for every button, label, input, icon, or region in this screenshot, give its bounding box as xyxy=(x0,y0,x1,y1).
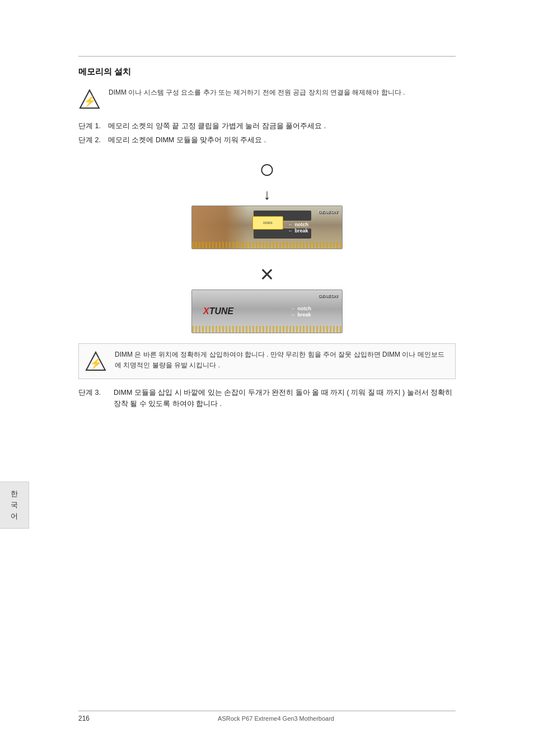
ram-gold-contacts xyxy=(192,242,342,249)
wrong-image-block: × XTUNE GENEON ← notch xyxy=(191,263,343,333)
xtune-x-char: X xyxy=(203,306,209,316)
images-section: ○ ↓ DDR3 GENEON xyxy=(78,156,456,333)
step-item-1: 단계 1. 메모리 소켓의 양쪽 끝 고정 클립을 가볍게 눌러 잠금을 풀어주… xyxy=(78,121,456,132)
break-arrow-1: ← xyxy=(288,227,293,233)
notch-label-1: notch xyxy=(295,221,309,227)
step1-label: 단계 1. xyxy=(78,121,104,132)
ram-brand-1: GENEON xyxy=(318,209,338,214)
notch-label-2: notch xyxy=(298,305,312,311)
notch-line-2: ← notch xyxy=(291,305,312,311)
content-area: 메모리의 설치 ⚡ DIMM 이나 시스템 구성 요소를 추가 또는 제거하기 … xyxy=(0,0,534,458)
svg-text:⚡: ⚡ xyxy=(83,95,96,108)
sidebar-tab: 한 국 어 xyxy=(0,482,29,529)
break-label-1: break xyxy=(295,227,308,233)
notch-line-1: ← notch xyxy=(288,221,309,227)
wrong-image-container: XTUNE GENEON ← notch ← brea xyxy=(191,290,343,333)
step3-text: DIMM 모듈을 삽입 시 바깥에 있는 손잡이 두개가 완전히 돌아 올 때 … xyxy=(114,387,456,409)
break-line-2: ← break xyxy=(291,311,312,317)
svg-text:⚡: ⚡ xyxy=(90,357,102,370)
break-arrow-2: ← xyxy=(291,311,296,317)
warning-text-1: DIMM 이나 시스템 구성 요소를 추가 또는 제거하기 전에 전원 공급 장… xyxy=(109,87,405,98)
ram-sticker: DDR3 xyxy=(252,216,283,230)
steps-list: 단계 1. 메모리 소켓의 양쪽 끝 고정 클립을 가볍게 눌러 잠금을 풀어주… xyxy=(78,121,456,146)
notch-arrow-2: ← xyxy=(291,305,296,311)
step2-text: 메모리 소켓에 DIMM 모듈을 맞추어 끼워 주세요 . xyxy=(108,135,266,146)
correct-image-container: ↓ DDR3 GENEON ← xyxy=(191,186,343,249)
footer-divider xyxy=(78,711,456,711)
sidebar-line2: 국 xyxy=(11,500,18,510)
warning-box-1: ⚡ DIMM 이나 시스템 구성 요소를 추가 또는 제거하기 전에 전원 공급… xyxy=(78,87,456,111)
page-footer: 216 ASRock P67 Extreme4 Gen3 Motherboard xyxy=(0,711,534,722)
section-title: 메모리의 설치 xyxy=(78,67,456,77)
warning-box-2: ⚡ DIMM 은 바른 위치에 정확하게 삽입하여야 합니다 . 만약 무리한 … xyxy=(78,343,456,379)
sidebar-line3: 어 xyxy=(11,511,18,521)
footer-content: 216 ASRock P67 Extreme4 Gen3 Motherboard xyxy=(78,715,456,722)
ram-stick-correct: DDR3 GENEON ← notch ← break xyxy=(191,206,343,249)
step3-label: 단계 3. xyxy=(78,387,109,409)
warning-text-2: DIMM 은 바른 위치에 정확하게 삽입하여야 합니다 . 만약 무리한 힘을… xyxy=(115,349,449,371)
sidebar-line1: 한 xyxy=(11,489,18,499)
step-item-2: 단계 2. 메모리 소켓에 DIMM 모듈을 맞추어 끼워 주세요 . xyxy=(78,135,456,146)
wrong-mark: × xyxy=(260,263,274,286)
footer-title: ASRock P67 Extreme4 Gen3 Motherboard xyxy=(96,715,456,722)
break-line-1: ← break xyxy=(288,227,309,233)
warning-icon-2: ⚡ xyxy=(85,351,107,373)
page-number: 216 xyxy=(78,715,90,722)
break-label-2: break xyxy=(298,311,311,317)
warning-icon-1: ⚡ xyxy=(78,88,101,111)
ram-stick-wrong: XTUNE GENEON ← notch ← brea xyxy=(191,290,343,333)
ram-brand-2: GENEON xyxy=(318,293,338,298)
page-container: 메모리의 설치 ⚡ DIMM 이나 시스템 구성 요소를 추가 또는 제거하기 … xyxy=(0,0,534,756)
correct-mark: ○ xyxy=(259,156,275,183)
notch-arrow-1: ← xyxy=(288,221,293,227)
xtune-rest: TUNE xyxy=(209,306,234,316)
top-divider xyxy=(78,56,456,57)
correct-image-block: ○ ↓ DDR3 GENEON xyxy=(191,156,343,249)
step2-label: 단계 2. xyxy=(78,135,104,146)
step-item-3: 단계 3. DIMM 모듈을 삽입 시 바깥에 있는 손잡이 두개가 완전히 돌… xyxy=(78,387,456,409)
notch-indicator-1: ← notch ← break xyxy=(288,221,309,233)
step1-text: 메모리 소켓의 양쪽 끝 고정 클립을 가볍게 눌러 잠금을 풀어주세요 . xyxy=(108,121,326,132)
xtune-brand: XTUNE xyxy=(203,306,233,316)
sidebar-tab-content: 한 국 어 xyxy=(11,489,18,521)
ram-gold-contacts-2 xyxy=(192,326,342,333)
notch-indicator-2: ← notch ← break xyxy=(291,305,312,317)
down-arrow-indicator: ↓ xyxy=(191,186,343,203)
